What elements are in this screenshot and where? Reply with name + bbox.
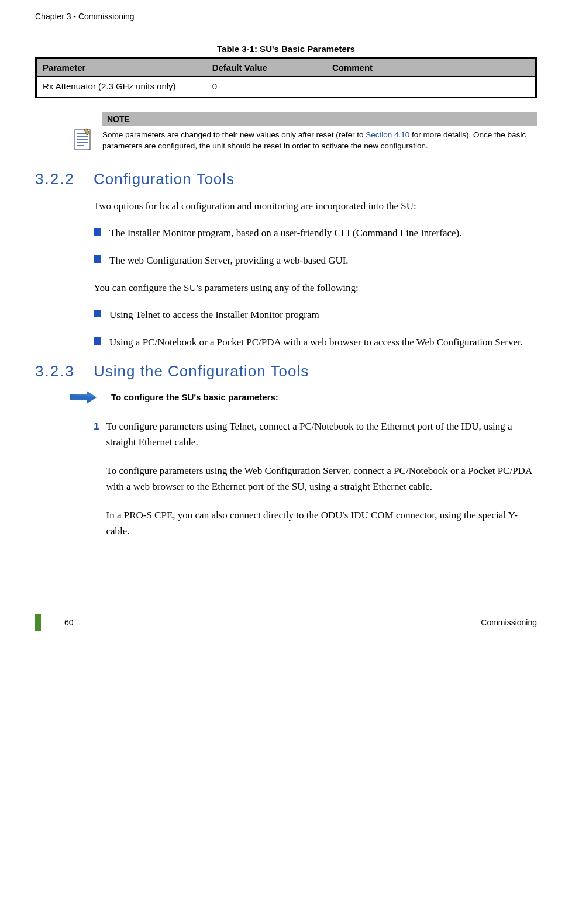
note-label: NOTE [102, 112, 537, 126]
svg-marker-7 [70, 391, 97, 404]
section-heading-322: 3.2.2 Configuration Tools [35, 170, 537, 188]
section-title: Configuration Tools [94, 170, 235, 188]
page-footer: 60 Commissioning [35, 610, 537, 631]
numbered-step: 1 To configure parameters using Telnet, … [94, 418, 537, 539]
note-text: Some parameters are changed to their new… [102, 126, 537, 155]
note-icon [70, 127, 94, 153]
body-paragraph: You can configure the SU's parameters us… [94, 281, 537, 296]
table-header-default: Default Value [206, 58, 326, 77]
square-bullet-icon [94, 255, 101, 263]
section-number: 3.2.3 [35, 362, 79, 380]
step-paragraph: To configure parameters using Telnet, co… [106, 418, 537, 450]
section-link[interactable]: Section 4.10 [366, 130, 409, 139]
page-number: 60 [64, 618, 74, 627]
arrow-right-icon [70, 391, 97, 404]
list-item: Using Telnet to access the Installer Mon… [94, 307, 537, 323]
cell-parameter: Rx Attenuator (2.3 GHz units only) [36, 77, 206, 97]
cell-comment [326, 77, 536, 97]
square-bullet-icon [94, 310, 101, 317]
table-row: Rx Attenuator (2.3 GHz units only) 0 [36, 77, 536, 97]
page-header: Chapter 3 - Commissioning [35, 12, 537, 26]
section-heading-323: 3.2.3 Using the Configuration Tools [35, 362, 537, 380]
step-paragraph: To configure parameters using the Web Co… [106, 463, 537, 494]
list-item: The web Configuration Server, providing … [94, 252, 537, 268]
table-caption: Table 3-1: SU's Basic Parameters [35, 44, 537, 54]
cell-default: 0 [206, 77, 326, 97]
su-basic-parameters-table: Parameter Default Value Comment Rx Atten… [35, 57, 537, 98]
procedure-heading: To configure the SU's basic parameters: [70, 391, 537, 404]
footer-accent-bar [35, 614, 41, 631]
step-paragraph: In a PRO-S CPE, you can also connect dir… [106, 507, 537, 539]
procedure-title: To configure the SU's basic parameters: [111, 392, 278, 402]
table-header-parameter: Parameter [36, 58, 206, 77]
note-block: NOTE Some parameters are changed to thei… [70, 112, 537, 155]
list-item: Using a PC/Notebook or a Pocket PC/PDA w… [94, 334, 537, 350]
list-item: The Installer Monitor program, based on … [94, 225, 537, 241]
body-paragraph: Two options for local configuration and … [94, 199, 537, 214]
section-title: Using the Configuration Tools [94, 362, 309, 380]
square-bullet-icon [94, 337, 101, 345]
footer-title: Commissioning [481, 618, 537, 627]
square-bullet-icon [94, 228, 101, 236]
section-number: 3.2.2 [35, 170, 79, 188]
chapter-label: Chapter 3 - Commissioning [35, 12, 135, 21]
table-header-comment: Comment [326, 58, 536, 77]
step-number: 1 [94, 418, 99, 539]
